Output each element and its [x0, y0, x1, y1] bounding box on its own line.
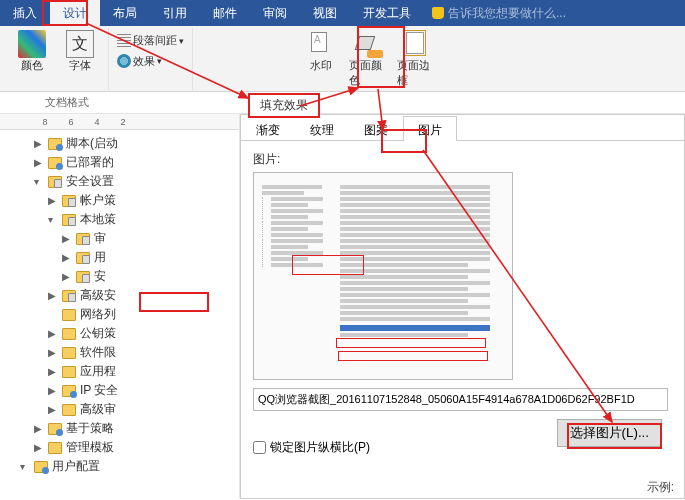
tab-picture[interactable]: 图片 — [403, 116, 457, 141]
folder-icon — [76, 233, 90, 245]
tree-caret-icon: ▶ — [48, 404, 58, 415]
document-format-label: 文档格式 — [45, 95, 89, 110]
folder-icon — [62, 328, 76, 340]
tree-node[interactable]: ▶高级审 — [20, 400, 239, 419]
folder-icon — [76, 252, 90, 264]
tree-caret-icon: ▶ — [62, 252, 72, 263]
tree-caret-icon: ▶ — [48, 366, 58, 377]
effects-icon — [117, 54, 131, 68]
tree-node-label: 软件限 — [80, 344, 116, 361]
paragraph-spacing-button[interactable]: 段落间距▾ — [115, 32, 186, 49]
tree-caret-icon: ▶ — [48, 328, 58, 339]
tree-node[interactable]: ▾用户配置 — [20, 457, 239, 476]
tab-gradient[interactable]: 渐变 — [241, 116, 295, 141]
tree-node-label: 应用程 — [80, 363, 116, 380]
tree-node[interactable]: 网络列 — [20, 305, 239, 324]
tree-node[interactable]: ▶帐户策 — [20, 191, 239, 210]
tab-insert[interactable]: 插入 — [0, 0, 50, 27]
watermark-icon — [307, 30, 335, 58]
folder-icon — [48, 176, 62, 188]
tab-pattern[interactable]: 图案 — [349, 116, 403, 141]
tab-developer[interactable]: 开发工具 — [350, 0, 424, 27]
tree-node-label: 本地策 — [80, 211, 116, 228]
tab-review[interactable]: 审阅 — [250, 0, 300, 27]
folder-icon — [48, 157, 62, 169]
effects-button[interactable]: 效果▾ — [115, 53, 164, 70]
tree-node-label: 高级安 — [80, 287, 116, 304]
tree: ▶脚本(启动▶已部署的▾安全设置▶帐户策▾本地策▶审▶用▶安▶高级安 网络列▶公… — [0, 130, 239, 480]
tree-caret-icon: ▾ — [34, 176, 44, 187]
tree-node-label: 已部署的 — [66, 154, 114, 171]
page-border-button[interactable]: 页面边框 — [395, 28, 439, 90]
tree-node-label: 公钥策 — [80, 325, 116, 342]
paragraph-spacing-icon — [117, 34, 131, 48]
tree-caret-icon: ▶ — [34, 423, 44, 434]
tab-layout[interactable]: 布局 — [100, 0, 150, 27]
select-picture-button[interactable]: 选择图片(L)... — [557, 419, 662, 447]
tree-node[interactable]: ▶公钥策 — [20, 324, 239, 343]
folder-icon — [34, 461, 48, 473]
tree-node[interactable]: ▶应用程 — [20, 362, 239, 381]
tree-caret-icon: ▶ — [48, 195, 58, 206]
tell-me[interactable]: 告诉我您想要做什么... — [432, 5, 566, 22]
tree-node-label: 安 — [94, 268, 106, 285]
page-border-icon — [403, 30, 431, 58]
folder-icon — [62, 290, 76, 302]
tree-node[interactable]: ▶审 — [20, 229, 239, 248]
colors-button[interactable]: 颜色 — [10, 28, 54, 75]
filename-field: QQ浏览器截图_20161107152848_05060A15F4914a678… — [253, 388, 668, 411]
tree-node[interactable]: ▶高级安 — [20, 286, 239, 305]
lock-ratio-checkbox[interactable] — [253, 441, 266, 454]
ribbon-tabs: 插入 设计 布局 引用 邮件 审阅 视图 开发工具 告诉我您想要做什么... — [0, 0, 685, 26]
tree-node[interactable]: ▶软件限 — [20, 343, 239, 362]
picture-label: 图片: — [253, 151, 672, 168]
tree-caret-icon: ▶ — [48, 347, 58, 358]
folder-icon — [48, 138, 62, 150]
tree-node[interactable]: ▾本地策 — [20, 210, 239, 229]
tree-node[interactable]: ▶用 — [20, 248, 239, 267]
folder-icon — [48, 442, 62, 454]
tree-node-label: 安全设置 — [66, 173, 114, 190]
picture-preview — [253, 172, 513, 380]
page-color-icon — [355, 30, 383, 58]
fill-effects-title: 填充效果 — [248, 93, 320, 118]
page-color-button[interactable]: 页面颜色 — [347, 28, 391, 90]
tree-caret-icon: ▶ — [48, 290, 58, 301]
tab-view[interactable]: 视图 — [300, 0, 350, 27]
folder-icon — [62, 385, 76, 397]
ruler: 8642 — [0, 114, 239, 130]
tree-caret-icon: ▶ — [48, 385, 58, 396]
folder-icon — [62, 214, 76, 226]
tree-caret-icon: ▾ — [20, 461, 30, 472]
tell-me-text: 告诉我您想要做什么... — [448, 5, 566, 22]
tree-node-label: 管理模板 — [66, 439, 114, 456]
tree-node-label: 高级审 — [80, 401, 116, 418]
tree-caret-icon: ▶ — [34, 138, 44, 149]
bulb-icon — [432, 7, 444, 19]
tab-texture[interactable]: 纹理 — [295, 116, 349, 141]
folder-icon — [48, 423, 62, 435]
watermark-button[interactable]: 水印 — [299, 28, 343, 90]
tab-mailings[interactable]: 邮件 — [200, 0, 250, 27]
folder-icon — [62, 309, 76, 321]
tree-node-label: 用户配置 — [52, 458, 100, 475]
tree-node[interactable]: ▶基于策略 — [20, 419, 239, 438]
tree-node[interactable]: ▶已部署的 — [20, 153, 239, 172]
fonts-button[interactable]: 文 字体 — [58, 28, 102, 75]
fill-effects-dialog: 渐变 纹理 图案 图片 图片: — [240, 114, 685, 499]
tree-node-label: 脚本(启动 — [66, 135, 118, 152]
tree-node-label: 用 — [94, 249, 106, 266]
tree-panel: 8642 ▶脚本(启动▶已部署的▾安全设置▶帐户策▾本地策▶审▶用▶安▶高级安 … — [0, 114, 240, 499]
folder-icon — [62, 366, 76, 378]
tab-design[interactable]: 设计 — [50, 0, 100, 27]
tree-node[interactable]: ▶安 — [20, 267, 239, 286]
tab-references[interactable]: 引用 — [150, 0, 200, 27]
tree-node[interactable]: ▶IP 安全 — [20, 381, 239, 400]
fonts-icon: 文 — [66, 30, 94, 58]
tree-node[interactable]: ▶脚本(启动 — [20, 134, 239, 153]
example-label: 示例: — [647, 479, 674, 496]
colors-icon — [18, 30, 46, 58]
tree-node-label: 网络列 — [80, 306, 116, 323]
tree-node[interactable]: ▶管理模板 — [20, 438, 239, 457]
tree-node[interactable]: ▾安全设置 — [20, 172, 239, 191]
